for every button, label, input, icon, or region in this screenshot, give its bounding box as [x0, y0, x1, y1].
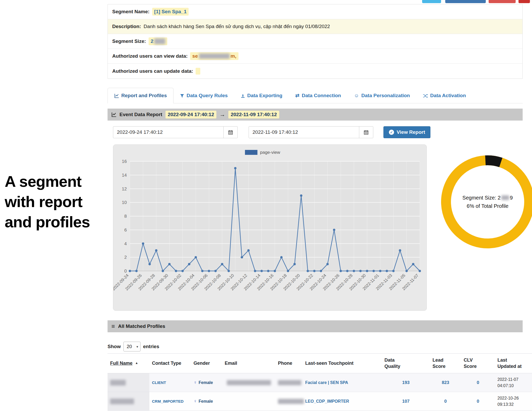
authorized-view-row: Authorized users can view data: sem,	[108, 49, 522, 64]
authorized-update-value	[196, 68, 200, 75]
svg-text:6: 6	[124, 228, 127, 233]
redacted-blur	[278, 380, 301, 385]
touchpoint-cell[interactable]: Facial care | SEN SPA	[303, 373, 382, 392]
segment-size-row: Segment Size: 2	[108, 34, 522, 49]
table-row[interactable]: CLIENT ♀Female Facial care | SEN SPA 193…	[108, 373, 532, 392]
tab-label: Report and Profiles	[121, 93, 167, 98]
date-from-value: 2022-09-24 17:40:12	[113, 129, 163, 135]
column-header-touchpoint[interactable]: Last-seen Touchpoint	[303, 354, 382, 373]
donut-size-suffix: 9	[510, 195, 513, 201]
donut-percent-label: 6% of Total Profile	[467, 203, 509, 209]
profiles-table: Full Name▲ Contact Type Gender Email Pho…	[108, 353, 532, 411]
date-to-value: 2022-11-09 17:40:12	[249, 129, 298, 135]
clv-score-cell: 0	[461, 392, 495, 411]
calendar-icon[interactable]	[359, 127, 373, 138]
redacted-blur	[154, 38, 165, 44]
entries-select[interactable]: 20 ▾	[123, 342, 141, 352]
column-header-email[interactable]: Email	[222, 354, 275, 373]
view-report-label: View Report	[397, 129, 425, 135]
report-controls: 2022-09-24 17:40:12 2022-11-09 17:40:12 …	[113, 126, 430, 138]
email-cell	[222, 392, 275, 411]
authorized-update-label: Authorized users can update data:	[112, 68, 193, 74]
donut-size-prefix: Segment Size: 2	[462, 195, 501, 201]
segment-name-row: Segment Name: [1] Sen Spa_1	[108, 4, 522, 19]
svg-text:8: 8	[124, 214, 127, 219]
tab-data-exporting[interactable]: Data Exporting	[234, 88, 289, 103]
shuffle-icon	[423, 93, 428, 98]
caption-line: and profiles	[5, 212, 90, 232]
date-to-input[interactable]: 2022-11-09 17:40:12	[249, 126, 373, 138]
table-header-row: Full Name▲ Contact Type Gender Email Pho…	[108, 354, 532, 373]
lead-score-cell: 0	[430, 392, 461, 411]
lead-score-cell: 823	[430, 373, 461, 392]
authorized-update-row: Authorized users can update data:	[108, 64, 522, 78]
touchpoint-cell[interactable]: LEO_CDP_IMPORTER	[303, 392, 382, 411]
tab-data-query-rules[interactable]: Data Query Rules	[174, 88, 234, 103]
description-value: Danh sách khách hàng Sen Spa đến sử dụng…	[144, 24, 330, 29]
svg-text:12: 12	[122, 187, 127, 191]
date-from-input[interactable]: 2022-09-24 17:40:12	[113, 126, 238, 138]
topbar-button-2[interactable]	[445, 0, 486, 3]
svg-text:10: 10	[122, 200, 127, 205]
check-circle-icon: ✓	[389, 130, 394, 135]
tab-report-and-profiles[interactable]: Report and Profiles	[108, 88, 174, 103]
topbar-button-4[interactable]	[518, 0, 530, 3]
full-name-cell[interactable]	[108, 373, 149, 392]
column-header-phone[interactable]: Phone	[275, 354, 303, 373]
profiles-section-title: All Matched Profiles	[118, 323, 165, 329]
gender-cell: ♀Female	[191, 392, 222, 411]
show-label: Show	[108, 344, 121, 349]
tab-label: Data Query Rules	[187, 93, 228, 98]
redacted-blur	[227, 380, 271, 385]
arrow-right-icon: →	[220, 111, 225, 118]
caption-line: with report	[5, 192, 90, 212]
svg-text:16: 16	[122, 159, 127, 164]
calendar-icon[interactable]	[223, 127, 237, 138]
report-date-to: 2022-11-09 17:40:12	[228, 111, 279, 118]
segment-info-panel: Segment Name: [1] Sen Spa_1 Description:…	[108, 4, 523, 79]
column-header-full-name[interactable]: Full Name▲	[108, 354, 149, 373]
column-header-last-updated[interactable]: Last Updated at	[495, 354, 532, 373]
smiley-icon: ☺	[354, 93, 359, 98]
view-report-button[interactable]: ✓ View Report	[383, 126, 430, 138]
redacted-blur	[278, 399, 304, 404]
column-header-gender[interactable]: Gender	[191, 354, 222, 373]
description-row: Description: Danh sách khách hàng Sen Sp…	[108, 19, 522, 34]
topbar-button-3[interactable]	[489, 0, 516, 3]
list-icon: ≡	[111, 323, 115, 330]
chart-canvas: 2022-09-242022-09-262022-09-282022-09-30…	[113, 145, 427, 311]
segment-name-value: [1] Sen Spa_1	[152, 8, 189, 16]
chevron-down-icon: ▾	[136, 345, 138, 349]
entries-select-value: 20	[127, 344, 132, 349]
tab-data-activation[interactable]: Data Activation	[416, 88, 473, 103]
segment-name-label: Segment Name:	[112, 9, 150, 15]
svg-text:4: 4	[124, 241, 127, 246]
data-quality-cell: 193	[382, 373, 430, 392]
column-header-data-quality[interactable]: Data Quality	[382, 354, 430, 373]
tab-data-connection[interactable]: ⇄ Data Connection	[289, 88, 348, 103]
clv-score-cell: 0	[461, 373, 495, 392]
report-date-from: 2022-09-24 17:40:12	[165, 111, 217, 118]
svg-text:0: 0	[124, 269, 127, 274]
full-name-cell[interactable]	[108, 392, 149, 411]
page-view-chart: 2022-09-242022-09-262022-09-282022-09-30…	[113, 144, 427, 311]
authorized-view-value: sem,	[190, 52, 238, 60]
authorized-view-label: Authorized users can view data:	[112, 53, 188, 59]
tab-label: Data Activation	[430, 93, 466, 98]
female-icon: ♀	[194, 380, 197, 385]
segment-size-donut: Segment Size: 2 9 6% of Total Profile	[438, 153, 532, 251]
column-header-lead-score[interactable]: Lead Score	[430, 354, 461, 373]
chart-line-icon	[111, 112, 116, 117]
column-header-contact-type[interactable]: Contact Type	[149, 354, 191, 373]
entries-label: entries	[143, 344, 159, 349]
contact-type-cell: CLIENT	[149, 373, 191, 392]
donut-center-label: Segment Size: 2 9 6% of Total Profile	[438, 153, 532, 251]
topbar-button-1[interactable]	[422, 0, 441, 3]
data-quality-cell: 107	[382, 392, 430, 411]
column-header-clv-score[interactable]: CLV Score	[461, 354, 495, 373]
phone-cell	[275, 392, 303, 411]
tab-data-personalization[interactable]: ☺ Data Personalization	[348, 88, 416, 103]
svg-text:page-view: page-view	[260, 150, 280, 155]
table-row[interactable]: CRM_IMPORTED ♀Female LEO_CDP_IMPORTER 10…	[108, 392, 532, 411]
event-data-report-bar: Event Data Report 2022-09-24 17:40:12 → …	[108, 109, 523, 121]
